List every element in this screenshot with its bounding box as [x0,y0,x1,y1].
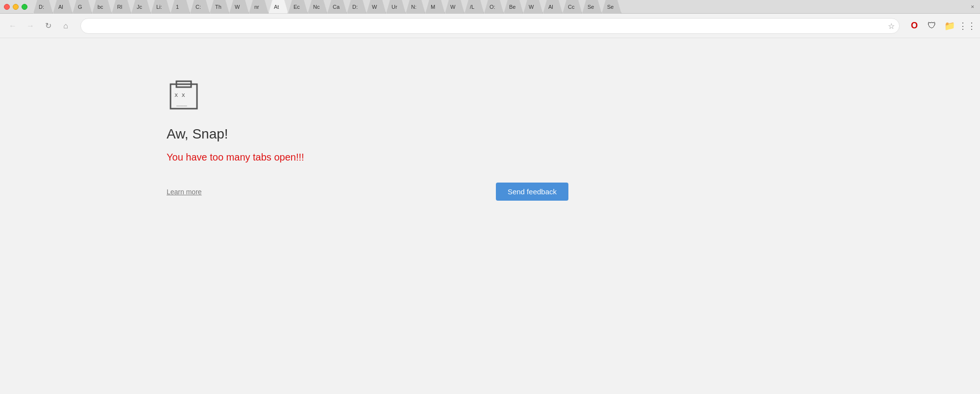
tab-22[interactable]: /L [465,0,484,14]
tab-15[interactable]: Ca [327,0,347,14]
tab-19[interactable]: N: [406,0,425,14]
tabs-bar: D:AlGbcRlJcLi:1C:ThWnrAtEcNcCaD:WUrN:MW/… [33,0,952,14]
error-actions: Learn more Send feedback [167,183,568,201]
tab-8[interactable]: C: [190,0,210,14]
maximize-button[interactable] [22,4,27,10]
tab-26[interactable]: Al [543,0,563,14]
traffic-lights [4,4,27,10]
new-tab-close-icon[interactable]: ✕ [969,3,976,10]
vpn-shield-icon[interactable]: 🛡 [925,19,939,33]
bookmarks-folder-icon[interactable]: 📁 [943,19,956,33]
address-bar-container: ☆ [80,18,900,34]
tab-4[interactable]: Rl [112,0,131,14]
titlebar: D:AlGbcRlJcLi:1C:ThWnrAtEcNcCaD:WUrN:MW/… [0,0,980,14]
tab-29[interactable]: Se [602,0,621,14]
error-title: Aw, Snap! [167,126,228,142]
tab-12[interactable]: At [269,0,288,14]
tab-27[interactable]: Cc [563,0,582,14]
svg-text:___: ___ [176,99,187,106]
back-icon: ← [9,22,17,30]
forward-icon: → [26,22,34,30]
tab-14[interactable]: Nc [308,0,327,14]
error-icon: x x ___ [167,77,201,112]
tab-10[interactable]: W [229,0,249,14]
reload-icon: ↻ [45,21,51,30]
home-icon: ⌂ [63,22,68,30]
close-button[interactable] [4,4,10,10]
tab-6[interactable]: Li: [151,0,171,14]
tab-17[interactable]: W [367,0,386,14]
reload-button[interactable]: ↻ [41,19,55,33]
tab-3[interactable]: bc [92,0,112,14]
tab-9[interactable]: Th [210,0,229,14]
tab-5[interactable]: Jc [131,0,151,14]
tab-18[interactable]: Ur [386,0,406,14]
navbar: ← → ↻ ⌂ ☆ O 🛡 📁 ⋮⋮ [0,14,980,38]
tab-23[interactable]: O: [484,0,504,14]
tab-11[interactable]: nr [249,0,269,14]
error-container: x x ___ Aw, Snap! You have too many tabs… [167,77,568,201]
forward-button[interactable]: → [24,19,37,33]
tab-0[interactable]: D: [33,0,53,14]
address-bar[interactable] [80,18,900,34]
tab-16[interactable]: D: [347,0,367,14]
tab-13[interactable]: Ec [288,0,308,14]
tab-20[interactable]: M [425,0,445,14]
content-area: x x ___ Aw, Snap! You have too many tabs… [0,38,980,394]
tab-24[interactable]: Be [504,0,523,14]
bookmark-icon[interactable]: ☆ [888,21,895,30]
nav-right-icons: O 🛡 📁 ⋮⋮ [907,19,974,33]
svg-text:x x: x x [174,92,185,98]
opera-icon[interactable]: O [907,19,921,33]
send-feedback-button[interactable]: Send feedback [496,183,568,201]
tab-21[interactable]: W [445,0,465,14]
menu-grid-icon[interactable]: ⋮⋮ [960,19,974,33]
tab-25[interactable]: W [523,0,543,14]
tab-28[interactable]: Se [582,0,602,14]
minimize-button[interactable] [13,4,19,10]
home-button[interactable]: ⌂ [59,19,73,33]
tab-2[interactable]: G [73,0,92,14]
error-subtitle: You have too many tabs open!!! [167,152,304,163]
learn-more-link[interactable]: Learn more [167,188,202,196]
back-button[interactable]: ← [6,19,20,33]
tab-1[interactable]: Al [53,0,73,14]
tab-7[interactable]: 1 [171,0,190,14]
